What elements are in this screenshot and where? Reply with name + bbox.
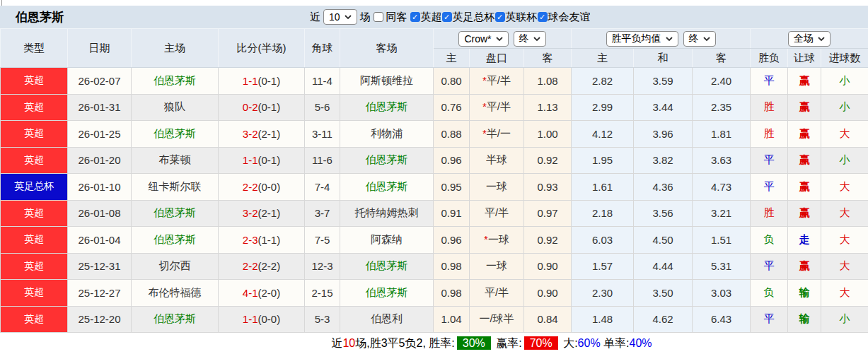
summary-bar: 近10场,胜3平5负2, 胜率:30% 赢率:70% 大:60% 单率:40% [0,333,868,354]
avg-home: 1.95 [572,147,634,174]
avg-home: 2.18 [572,200,634,227]
near-label: 近 [310,11,320,24]
odds-away: 1.00 [524,121,572,148]
league-badge: 英超 [1,280,68,307]
halftime-score: (2-2) [258,260,281,272]
odds-time-select[interactable]: 终 [514,31,546,47]
header-result-wdl: 胜负 [751,49,788,68]
chevron-down-icon [703,37,710,41]
result-handicap: 赢 [788,174,821,201]
avg-type-select[interactable]: 胜平负均值 [606,31,678,47]
odds-home: 0.80 [434,68,470,95]
avg-home: 1.61 [572,174,634,201]
odds-away: 0.90 [524,253,572,280]
home-team: 伯恩茅斯 [132,68,219,95]
result-goals: 大 [821,174,868,201]
result-goals: 小 [821,68,868,95]
corners-score: 2-15 [305,280,340,307]
summary-segment: 场,胜3平5负2, 胜率: [355,337,454,349]
avg-time-select[interactable]: 终 [683,31,716,47]
home-team: 切尔西 [132,253,219,280]
corners-score: 7-4 [305,174,340,201]
odds-away: 1.13 [524,94,572,121]
halftime-score: (0-1) [258,101,281,113]
score-cell: 2-2(0-0) [219,174,305,201]
header-type: 类型 [1,29,68,68]
scope-select[interactable]: 全场 [788,31,831,47]
home-team: 布莱顿 [132,147,219,174]
avg-away: 3.21 [693,200,751,227]
league-filter[interactable]: ✓英足总杯 [442,11,495,24]
header-date: 日期 [68,29,132,68]
halftime-score: (2-1) [258,128,281,140]
score-cell: 4-1(2-0) [219,280,305,307]
score-cell: 3-2(2-1) [219,121,305,148]
avg-draw: 3.56 [634,200,693,227]
home-team: 纽卡斯尔联 [132,174,219,201]
header-result-goals: 进球数 [821,49,868,68]
fulltime-score: 2-3 [243,234,258,246]
chevron-down-icon [345,15,352,19]
odds-home: 0.98 [434,280,470,307]
chevron-down-icon [666,37,673,41]
match-date: 25-12-27 [68,280,132,307]
match-date: 26-01-20 [68,147,132,174]
avg-home: 1.57 [572,253,634,280]
odds-home: 0.95 [434,174,470,201]
odds-away: 1.08 [524,68,572,95]
table-row: 英超 26-02-07 伯恩茅斯 1-1(0-1) 11-4 阿斯顿维拉 0.8… [1,68,868,95]
top-strip [0,0,868,6]
avg-draw: 3.82 [634,147,693,174]
table-row: 英超 26-01-25 伯恩茅斯 3-2(2-1) 3-11 利物浦 0.88 … [1,121,868,148]
fulltime-score: 3-2 [243,207,258,219]
filter-checkbox[interactable]: ✓ [410,12,420,22]
league-filter[interactable]: ✓英联杯 [495,11,538,24]
odds-header-group: Crow* 终 [434,29,572,49]
handicap-line: 平/半 [485,286,509,298]
away-team: 阿斯顿维拉 [340,68,434,95]
result-goals: 大 [821,253,868,280]
odds-away: 0.93 [524,174,572,201]
page-title: 伯恩茅斯 [16,9,64,25]
matches-count-select[interactable]: 10 [323,9,357,25]
header-corner: 角球 [305,29,340,68]
odds-away: 0.92 [524,227,572,254]
result-goals: 大 [821,121,868,148]
league-badge: 英超 [1,147,68,174]
header-avg-home: 主 [572,49,634,68]
avg-header-group: 胜平负均值 终 [572,29,751,49]
summary-segment: 60% [578,337,601,349]
league-filter[interactable]: ✓英超 [410,11,442,24]
score-cell: 2-2(2-2) [219,253,305,280]
fulltime-score: 1-1 [243,75,258,87]
odds-company-select[interactable]: Crow* [458,31,508,47]
avg-draw: 3.44 [634,94,693,121]
away-team: 伯恩利 [340,306,434,333]
toolbar: 近 10 场 同客 ✓英超✓英足总杯✓英联杯✓球会友谊 [310,6,594,28]
away-team: 伯恩茅斯 [340,174,434,201]
filter-checkbox[interactable]: ✓ [495,12,505,22]
fulltime-score: 2-2 [243,181,258,193]
league-badge: 英足总杯 [1,174,68,201]
filter-checkbox[interactable]: ✓ [538,12,548,22]
same-opponent-checkbox[interactable] [374,12,383,22]
score-cell: 0-2(0-1) [219,94,305,121]
header-avg-away: 客 [693,49,751,68]
handicap-cell: *平/半 [470,94,524,121]
chevron-down-icon [533,37,540,41]
away-team: 伯恩茅斯 [340,253,434,280]
filter-checkbox[interactable]: ✓ [442,12,452,22]
avg-away: 2.35 [693,94,751,121]
league-badge: 英超 [1,94,68,121]
away-team: 伯恩茅斯 [340,280,434,307]
summary-segment: 10 [342,337,355,349]
league-filter[interactable]: ✓球会友谊 [538,11,591,24]
handicap-line: 平/半 [487,74,511,86]
table-row: 英超 25-12-20 伯恩茅斯 1-1(0-0) 5-3 伯恩利 1.04 一… [1,306,868,333]
halftime-score: (2-0) [258,287,281,299]
odds-away: 0.90 [524,280,572,307]
handicap-cell: 一球 [470,253,524,280]
result-wdl: 平 [751,174,788,201]
summary-segment: 30% [457,336,491,350]
avg-home: 4.12 [572,121,634,148]
